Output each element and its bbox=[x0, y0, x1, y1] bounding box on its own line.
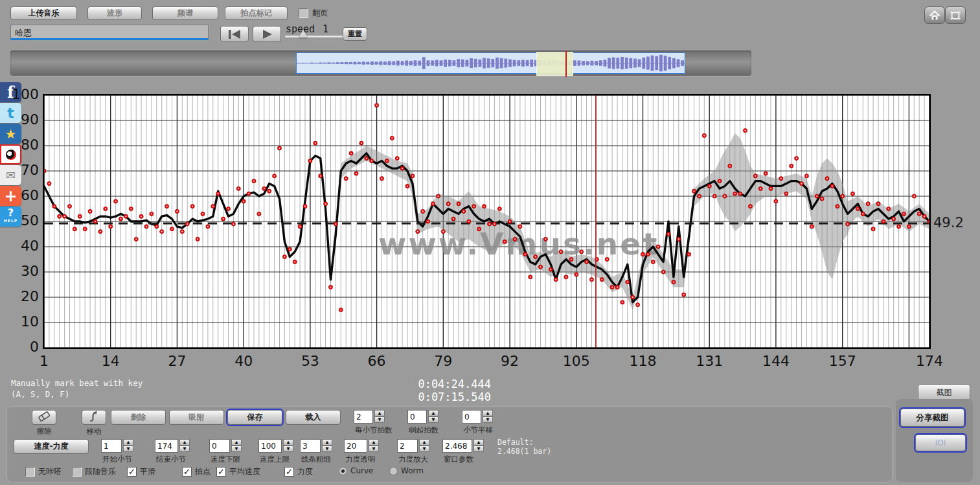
spinner-value[interactable]: 174 bbox=[155, 439, 178, 453]
beat-mark-button[interactable]: 拍点标记 bbox=[225, 6, 288, 20]
delete-button[interactable]: 删除 bbox=[111, 410, 166, 425]
waveform-playhead[interactable] bbox=[565, 51, 567, 77]
spinner-value[interactable]: 2 bbox=[397, 439, 418, 453]
spinner-down-button[interactable]: ▼ bbox=[322, 446, 332, 452]
spinner-value[interactable]: 1 bbox=[101, 439, 122, 453]
tool-button-label: 移动 bbox=[75, 427, 113, 436]
save-button[interactable]: 保存 bbox=[227, 410, 282, 425]
checkbox-average-tempo[interactable]: ✓平均速度 bbox=[216, 466, 260, 477]
spinner-value[interactable]: 100 bbox=[258, 439, 282, 453]
checkbox-smooth[interactable]: ✓平滑 bbox=[127, 466, 155, 477]
checkbox-box[interactable] bbox=[72, 467, 82, 477]
spinner-arrows: ▲▼ bbox=[322, 439, 332, 452]
checkbox-box[interactable]: ✓ bbox=[182, 467, 192, 477]
checkbox-no-click[interactable]: 无咔嗒 bbox=[25, 466, 62, 477]
spinner-arrows: ▲▼ bbox=[123, 439, 133, 452]
spinner-up-button[interactable]: ▲ bbox=[374, 410, 385, 416]
spinner-down-button[interactable]: ▼ bbox=[283, 446, 293, 452]
upload-music-button[interactable]: 上传音乐 bbox=[10, 6, 77, 20]
spinner-arrows: ▲▼ bbox=[483, 410, 493, 423]
spinner-up-button[interactable]: ▲ bbox=[473, 439, 484, 446]
control-panel: 速度-力度 Default: 2.468(1 bar) 擦除移动删除吸附保存载入… bbox=[6, 406, 893, 482]
spectrum-button[interactable]: 频谱 bbox=[152, 6, 218, 20]
spinner-dyn-transparency: 20▲▼力度透明 bbox=[344, 439, 379, 453]
spinner-value[interactable]: 2 bbox=[354, 410, 373, 423]
checkbox-dynamics[interactable]: ✓力度 bbox=[284, 466, 313, 477]
spinner-arrows: ▲▼ bbox=[231, 439, 242, 452]
waveform-selection[interactable] bbox=[536, 52, 573, 76]
share-screenshot-button[interactable]: 分享截图 bbox=[900, 409, 964, 427]
spinner-up-button[interactable]: ▲ bbox=[369, 439, 379, 446]
spinner-value[interactable]: 0 bbox=[407, 410, 427, 423]
spinner-up-button[interactable]: ▲ bbox=[283, 439, 293, 446]
spinner-up-button[interactable]: ▲ bbox=[179, 439, 190, 446]
checkbox-box[interactable] bbox=[25, 467, 35, 477]
snap-button[interactable]: 吸附 bbox=[169, 410, 224, 425]
spinner-down-button[interactable]: ▼ bbox=[428, 416, 439, 423]
skip-to-start-button[interactable] bbox=[220, 26, 249, 42]
spinner-label: 力度放大 bbox=[398, 455, 428, 464]
x-tick-label: 174 bbox=[910, 353, 949, 369]
x-tick-label: 144 bbox=[757, 353, 795, 369]
spinner-value[interactable]: 2.468 bbox=[442, 439, 472, 453]
music-title-input[interactable]: 哈恩 bbox=[10, 25, 209, 40]
tempo-dynamics-mode-button[interactable]: 速度-力度 bbox=[14, 439, 89, 454]
home-button[interactable] bbox=[924, 6, 945, 24]
radio-curve[interactable]: Curve bbox=[339, 466, 373, 475]
spinner-value[interactable]: 0 bbox=[462, 410, 481, 423]
waveform-overview[interactable] bbox=[296, 52, 685, 74]
checkbox-box[interactable]: ✓ bbox=[216, 467, 226, 477]
spinner-up-button[interactable]: ▲ bbox=[428, 410, 439, 416]
spinner-tempo-max: 100▲▼速度上限 bbox=[258, 439, 293, 453]
radio-label: Worm bbox=[401, 466, 424, 475]
tool-button-label: 擦除 bbox=[25, 427, 63, 436]
waveform-overview-strip[interactable] bbox=[10, 51, 751, 76]
spinner-down-button[interactable]: ▼ bbox=[374, 416, 385, 423]
spinner-up-button[interactable]: ▲ bbox=[123, 439, 133, 446]
tempo-chart[interactable]: www.Vmus.net bbox=[43, 94, 931, 349]
waveform-button[interactable]: 波形 bbox=[87, 6, 142, 20]
fullscreen-button[interactable] bbox=[945, 6, 966, 24]
speed-slider-track[interactable] bbox=[285, 36, 345, 38]
tool-button-eraser[interactable] bbox=[32, 410, 56, 425]
home-icon bbox=[929, 10, 940, 21]
spinner-value[interactable]: 0 bbox=[209, 439, 230, 453]
waveform-image bbox=[297, 53, 685, 73]
radio-circle[interactable] bbox=[339, 467, 347, 475]
page-turn-checkbox[interactable]: 翻页 bbox=[299, 8, 328, 19]
spinner-up-button[interactable]: ▲ bbox=[419, 439, 429, 446]
checkbox-beats[interactable]: ✓拍点 bbox=[182, 466, 211, 477]
spinner-bar-shift: 0▲▼小节平移 bbox=[462, 410, 493, 423]
spinner-up-button[interactable]: ▲ bbox=[322, 439, 332, 446]
spinner-down-button[interactable]: ▼ bbox=[483, 416, 493, 423]
spinner-up-button[interactable]: ▲ bbox=[231, 439, 242, 446]
radio-circle[interactable] bbox=[389, 467, 398, 475]
fullscreen-icon bbox=[950, 10, 961, 21]
x-tick-label: 1 bbox=[25, 353, 63, 369]
speed-slider-thumb[interactable] bbox=[299, 30, 308, 38]
spinner-label: 结束小节 bbox=[156, 455, 186, 464]
spinner-down-button[interactable]: ▼ bbox=[231, 446, 242, 452]
radio-label: Curve bbox=[350, 466, 373, 475]
spinner-down-button[interactable]: ▼ bbox=[369, 446, 379, 452]
spinner-down-button[interactable]: ▼ bbox=[179, 446, 190, 452]
spinner-label: 每小节拍数 bbox=[355, 425, 393, 435]
spinner-up-button[interactable]: ▲ bbox=[483, 410, 493, 416]
checkbox-box[interactable] bbox=[299, 8, 308, 18]
radio-worm[interactable]: Worm bbox=[389, 466, 424, 475]
spinner-dyn-scale: 2▲▼力度放大 bbox=[397, 439, 429, 453]
checkbox-box[interactable]: ✓ bbox=[127, 467, 137, 477]
load-button[interactable]: 载入 bbox=[286, 410, 341, 425]
checkbox-box[interactable]: ✓ bbox=[284, 467, 294, 477]
ioi-button[interactable]: IOI bbox=[915, 434, 966, 451]
spinner-down-button[interactable]: ▼ bbox=[473, 446, 484, 452]
spinner-down-button[interactable]: ▼ bbox=[123, 446, 133, 452]
spinner-value[interactable]: 20 bbox=[344, 439, 367, 453]
spinner-down-button[interactable]: ▼ bbox=[419, 446, 429, 452]
tool-button-move[interactable] bbox=[82, 410, 106, 425]
reset-speed-button[interactable]: 重置 bbox=[343, 27, 367, 41]
play-button[interactable] bbox=[253, 26, 281, 42]
watermark: www.Vmus.net bbox=[378, 226, 659, 262]
checkbox-follow-music[interactable]: 跟随音乐 bbox=[72, 466, 116, 477]
spinner-value[interactable]: 3 bbox=[300, 439, 321, 453]
